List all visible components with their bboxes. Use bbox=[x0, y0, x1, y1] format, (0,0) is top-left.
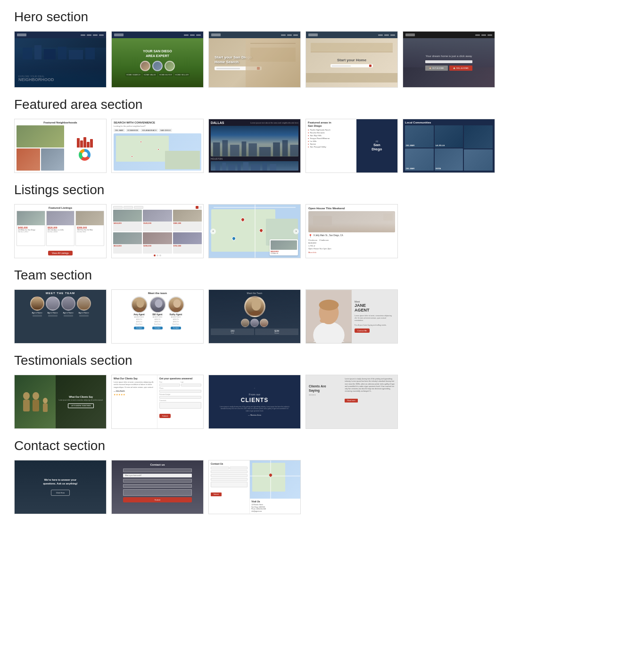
listings1-more-btn[interactable]: View All Listings bbox=[48, 251, 73, 255]
hero-thumb-4[interactable]: Start your Home bbox=[305, 31, 398, 88]
team2-bill-btn[interactable]: Contact bbox=[152, 327, 163, 329]
contact3-email[interactable] bbox=[211, 470, 248, 473]
test2-msg-label: Comments bbox=[159, 400, 201, 402]
team-thumb-1[interactable]: MEET THE TEAM Agent Name bbox=[14, 289, 107, 344]
svg-point-28 bbox=[171, 308, 183, 313]
contact3-first[interactable] bbox=[211, 467, 229, 469]
listings4-more-info[interactable]: More Info bbox=[308, 251, 395, 254]
hero5-buy-btn[interactable]: 🏠 BUY A HOME bbox=[425, 66, 448, 71]
hero5-sell-label: SELL A HOME bbox=[456, 67, 469, 69]
listings3-next[interactable]: › bbox=[293, 229, 299, 234]
listings4-title: Open House This Weekend bbox=[308, 207, 395, 210]
contact-thumb-3[interactable]: Contact Us Submit bbox=[208, 460, 301, 514]
contact-thumb-1[interactable]: We're here to answer yourquestions. Ask … bbox=[14, 460, 107, 514]
test2-last-input[interactable] bbox=[181, 384, 202, 386]
svg-rect-9 bbox=[242, 141, 247, 156]
contact1-cta-btn[interactable]: Click Here bbox=[51, 490, 70, 496]
test1-title: What Our Clients Say bbox=[69, 395, 93, 398]
featured-thumb-2[interactable]: SEARCH WITH CONVENIENCE Looking for the … bbox=[111, 119, 204, 173]
team1-agent2-stat bbox=[48, 315, 58, 317]
team2-kathy-title: AGENT/CEO bbox=[171, 316, 181, 318]
testimonials-thumb-4[interactable]: Clients AreSaying ★★★★★ Lorem ipsum is s… bbox=[305, 375, 398, 429]
listings2-list-view[interactable] bbox=[199, 206, 202, 209]
test2-submit-btn[interactable]: Submit bbox=[159, 414, 171, 418]
featured-thumb-1[interactable]: Featured Neighborhoods bbox=[14, 119, 107, 173]
hero4-link bbox=[390, 34, 395, 36]
featured2-tab[interactable]: OCEANSIDE bbox=[126, 129, 140, 132]
testimonials-thumb-2[interactable]: What Our Clients Say Lorem ipsum dolor s… bbox=[111, 375, 204, 429]
contact2-textarea[interactable] bbox=[123, 489, 192, 496]
testimonials-thumb-1[interactable]: What Our Clients Say Lorem ipsum dolor s… bbox=[14, 375, 107, 429]
svg-rect-10 bbox=[248, 143, 257, 156]
test2-first-input[interactable] bbox=[159, 384, 180, 386]
listings2-grid: $450,000 $520,000 $380,000 bbox=[113, 210, 202, 254]
hero2-headline: YOUR SAN DIEGOAREA EXPERT bbox=[125, 49, 190, 57]
listings3-prev[interactable]: ‹ bbox=[210, 229, 216, 234]
featured1-img3 bbox=[41, 148, 65, 171]
featured4-list: Featured areas inSan Diego ● Pacific Hig… bbox=[306, 119, 356, 172]
hero-thumb-5[interactable]: Your dream home is just a click away 🏠 B… bbox=[403, 31, 495, 88]
listings2-page-dot[interactable] bbox=[154, 255, 156, 256]
team4-contact-btn[interactable]: Contact Me bbox=[355, 328, 370, 333]
contact3-phone[interactable] bbox=[211, 474, 248, 477]
featured2-tab[interactable]: DEL MAR bbox=[114, 129, 125, 132]
listings2-filter1[interactable] bbox=[113, 206, 123, 209]
contact2-field2[interactable]: What is your home worth? bbox=[123, 474, 192, 477]
team2-amy-btn[interactable]: Contact bbox=[134, 327, 144, 329]
listing3-img bbox=[76, 211, 104, 225]
hero-thumb-3[interactable]: Start your San DiegoHome Search bbox=[208, 31, 301, 88]
team-thumb-2[interactable]: Meet the team Amy Agent AGENT/CEO ATREIT… bbox=[111, 289, 204, 344]
team-thumb-3[interactable]: Meet the Team bbox=[208, 289, 301, 344]
team-thumb-4[interactable]: Meet JANEAGENT Lorem ipsum dolor sit ame… bbox=[305, 289, 398, 344]
test2-msg-input[interactable] bbox=[159, 402, 201, 409]
svg-point-36 bbox=[23, 392, 30, 400]
svg-rect-18 bbox=[238, 164, 241, 171]
contact3-last[interactable] bbox=[230, 467, 248, 469]
test2-email-input[interactable] bbox=[159, 396, 201, 399]
testimonials-thumb-3[interactable]: " From our CLIENTS Lorem ipsum is simply… bbox=[208, 375, 301, 429]
listings-thumb-2[interactable]: $450,000 $520,000 $380,000 bbox=[111, 204, 204, 258]
featured2-tab[interactable]: SOLANA BEACH bbox=[140, 129, 158, 132]
listings2-item-price: $290,000 bbox=[143, 245, 171, 247]
listings2-filter2[interactable] bbox=[124, 206, 133, 209]
contact2-field3[interactable] bbox=[123, 479, 192, 483]
contact2-submit-btn[interactable]: Submit bbox=[123, 497, 192, 502]
hero5-text: Your dream home is just a click away 🏠 B… bbox=[425, 55, 472, 71]
contact3-subject[interactable] bbox=[211, 478, 248, 481]
hero5-buy-icon: 🏠 bbox=[429, 67, 431, 69]
contact3-submit-btn[interactable]: Submit bbox=[211, 493, 222, 496]
test1-cta-btn[interactable]: LET'S WORK TOGETHER bbox=[68, 403, 94, 408]
svg-point-40 bbox=[43, 398, 48, 403]
featured-thumb-3[interactable]: DALLAS Lorem ipsum text about the area a… bbox=[208, 119, 301, 173]
featured2-tab[interactable]: SAN DIEGO bbox=[159, 129, 172, 132]
listings-thumb-3[interactable]: $450,000 123 Main St ‹ › bbox=[208, 204, 301, 258]
contact-thumb-2[interactable]: Contact us What is your home worth? Subm… bbox=[111, 460, 204, 514]
listings-thumb-4[interactable]: Open House This Weekend 📍 9 Jelly Main S… bbox=[305, 204, 398, 258]
hero5-sell-btn[interactable]: 🏠 SELL A HOME bbox=[449, 66, 472, 71]
test2-star: ★ bbox=[114, 393, 116, 396]
contact2-field1[interactable] bbox=[123, 468, 192, 472]
contact3-message[interactable] bbox=[211, 482, 248, 487]
hero4-btn bbox=[369, 65, 372, 67]
test4-more-btn[interactable]: Read more bbox=[345, 399, 357, 402]
featured-thumb-4[interactable]: Featured areas inSan Diego ● Pacific Hig… bbox=[305, 119, 398, 173]
listings2-filters bbox=[113, 206, 202, 209]
listings2-page-dot[interactable] bbox=[159, 255, 161, 256]
hero-thumb-1[interactable]: Explore your ideal NEIGHBORHOOD bbox=[14, 31, 107, 88]
featured4-sandiego: SanDiego bbox=[372, 143, 382, 152]
featured5-img3: LA JOLLA bbox=[435, 125, 463, 148]
team1-agent1-stats bbox=[33, 315, 42, 317]
listings2-page-dot[interactable] bbox=[157, 255, 158, 256]
listings-thumb-1[interactable]: Featured Listings $450,000 123 Main St, … bbox=[14, 204, 107, 258]
listings2-grid-view[interactable] bbox=[196, 206, 198, 209]
listings2-filter3[interactable] bbox=[134, 206, 143, 209]
hero1-links bbox=[81, 34, 104, 36]
test2-author: — John Smith bbox=[114, 390, 155, 392]
hero5-link bbox=[481, 34, 486, 36]
team2-kathy-btn[interactable]: Contact bbox=[171, 327, 181, 329]
contact2-field4[interactable] bbox=[123, 484, 192, 488]
hero-thumb-2[interactable]: YOUR SAN DIEGOAREA EXPERT HOME SEARCH HO… bbox=[111, 31, 204, 88]
team1-agent4-photo bbox=[77, 296, 91, 311]
test2-phone-input[interactable] bbox=[159, 390, 201, 393]
featured-thumb-5[interactable]: Local Communities DEL MAR DEL MAR LA JOL… bbox=[403, 119, 495, 173]
